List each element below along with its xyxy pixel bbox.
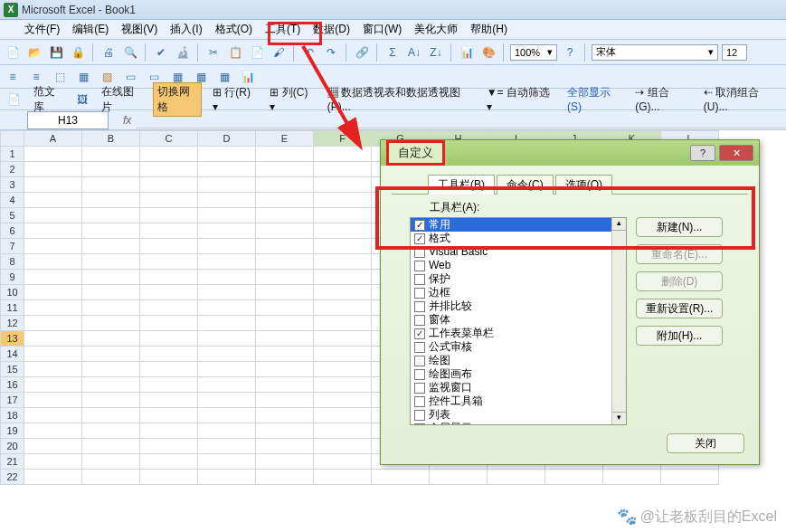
zoom-combo[interactable]: 100%▾: [510, 44, 557, 61]
col-button[interactable]: ⊞ 列(C) ▾: [266, 84, 316, 114]
cell[interactable]: [140, 193, 198, 208]
cell[interactable]: [24, 331, 82, 347]
save-icon[interactable]: 💾: [47, 43, 65, 62]
spell-icon[interactable]: ✔: [152, 43, 170, 62]
sort-asc-icon[interactable]: A↓: [405, 43, 423, 62]
list-item[interactable]: 并排比较: [411, 299, 626, 313]
align-left-icon[interactable]: ≡: [4, 68, 22, 86]
cell[interactable]: [372, 470, 430, 485]
cell[interactable]: [198, 300, 256, 316]
cell[interactable]: [661, 470, 719, 485]
cell[interactable]: [82, 223, 140, 239]
cell[interactable]: [198, 254, 256, 270]
cell[interactable]: [24, 423, 82, 439]
row-header[interactable]: 16: [1, 377, 24, 393]
row-header[interactable]: 12: [1, 316, 24, 331]
cell[interactable]: [140, 362, 198, 377]
cell[interactable]: [140, 408, 198, 423]
cell[interactable]: [314, 377, 372, 393]
cell[interactable]: [198, 439, 256, 454]
cell[interactable]: [314, 331, 372, 347]
cell[interactable]: [24, 223, 82, 239]
checkbox-icon[interactable]: ✓: [414, 220, 425, 231]
cell[interactable]: [24, 316, 82, 331]
cell[interactable]: [140, 285, 198, 300]
list-item[interactable]: 列表: [411, 408, 626, 422]
cell[interactable]: [314, 239, 372, 254]
cell[interactable]: [430, 470, 488, 485]
showall-button[interactable]: 全部显示(S): [563, 84, 624, 114]
list-item[interactable]: 绘图画布: [411, 367, 626, 381]
cell[interactable]: [314, 300, 372, 316]
cell[interactable]: [82, 239, 140, 254]
chart-icon[interactable]: 📊: [458, 43, 476, 62]
fx-label[interactable]: fx: [123, 114, 131, 127]
cell[interactable]: [82, 300, 140, 316]
cell[interactable]: [24, 147, 82, 162]
list-item[interactable]: ✓常用: [411, 218, 626, 232]
cell[interactable]: [140, 208, 198, 223]
cut-icon[interactable]: ✂: [204, 43, 223, 62]
cell[interactable]: [24, 408, 82, 423]
row-header[interactable]: 20: [1, 439, 24, 454]
col-header[interactable]: D: [198, 131, 256, 147]
cell[interactable]: [82, 423, 140, 439]
checkbox-icon[interactable]: [414, 315, 425, 326]
cell[interactable]: [256, 331, 314, 347]
cell[interactable]: [256, 162, 314, 177]
cell[interactable]: [82, 408, 140, 423]
cell[interactable]: [314, 223, 372, 239]
cell[interactable]: [140, 423, 198, 439]
undo-icon[interactable]: ↶: [300, 43, 318, 62]
cell[interactable]: [198, 423, 256, 439]
cell[interactable]: [24, 377, 82, 393]
cell[interactable]: [24, 300, 82, 316]
checkbox-icon[interactable]: [414, 369, 425, 380]
autofilter-button[interactable]: ▼= 自动筛选 ▾: [483, 84, 556, 114]
row-header[interactable]: 18: [1, 408, 24, 423]
cell[interactable]: [140, 162, 198, 177]
cell[interactable]: [198, 285, 256, 300]
list-item[interactable]: 公式审核: [411, 340, 626, 354]
cell[interactable]: [198, 316, 256, 331]
cell[interactable]: [140, 454, 198, 470]
col-header[interactable]: C: [140, 131, 198, 147]
checkbox-icon[interactable]: ✓: [414, 328, 425, 339]
cell[interactable]: [314, 423, 372, 439]
checkbox-icon[interactable]: ✓: [414, 233, 425, 244]
cell[interactable]: [140, 223, 198, 239]
group-button[interactable]: ⇢ 组合(G)...: [631, 84, 693, 114]
cell[interactable]: [256, 408, 314, 423]
cell[interactable]: [256, 393, 314, 408]
cell[interactable]: [256, 423, 314, 439]
cell[interactable]: [198, 193, 256, 208]
list-item[interactable]: ✓工作表菜单栏: [411, 327, 626, 340]
cell[interactable]: [82, 439, 140, 454]
cell[interactable]: [256, 239, 314, 254]
cell[interactable]: [314, 470, 372, 485]
cell[interactable]: [488, 470, 545, 485]
cell[interactable]: [314, 254, 372, 270]
cell[interactable]: [24, 254, 82, 270]
link-icon[interactable]: 🔗: [353, 43, 371, 62]
cell[interactable]: [140, 316, 198, 331]
checkbox-icon[interactable]: [414, 342, 425, 353]
cell[interactable]: [140, 147, 198, 162]
redo-icon[interactable]: ↷: [322, 43, 340, 62]
cell[interactable]: [256, 254, 314, 270]
cell[interactable]: [314, 408, 372, 423]
row-header[interactable]: 8: [1, 254, 24, 270]
cell[interactable]: [82, 393, 140, 408]
reset-button[interactable]: 重新设置(R)...: [636, 299, 723, 318]
cell[interactable]: [603, 470, 661, 485]
cell[interactable]: [256, 177, 314, 193]
row-header[interactable]: 4: [1, 193, 24, 208]
cell[interactable]: [24, 208, 82, 223]
list-item[interactable]: Visual Basic: [411, 245, 626, 259]
row-header[interactable]: 19: [1, 423, 24, 439]
cell[interactable]: [140, 177, 198, 193]
list-item[interactable]: 保护: [411, 272, 626, 286]
cell[interactable]: [198, 223, 256, 239]
cell[interactable]: [24, 285, 82, 300]
cell[interactable]: [256, 347, 314, 362]
